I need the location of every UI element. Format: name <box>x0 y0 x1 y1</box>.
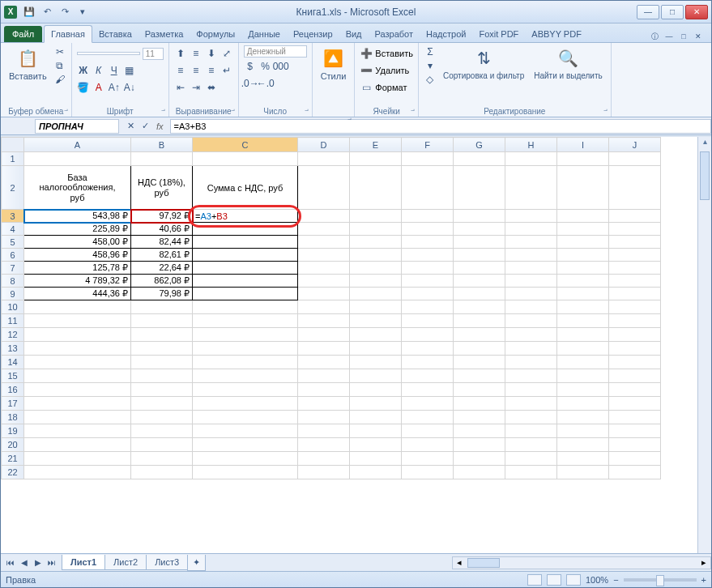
row-header[interactable]: 9 <box>2 288 24 300</box>
tab-abbyy[interactable]: ABBYY PDF <box>525 26 588 42</box>
mdi-restore[interactable]: □ <box>677 31 690 42</box>
indent-less-icon[interactable]: ⇤ <box>174 81 187 94</box>
redo-button[interactable]: ↷ <box>58 5 72 19</box>
zoom-in-icon[interactable]: + <box>701 575 706 585</box>
row-header[interactable]: 6 <box>2 249 24 262</box>
col-header-C[interactable]: C <box>193 138 298 152</box>
cell[interactable] <box>193 249 298 262</box>
cell[interactable]: 125,78 ₽ <box>24 262 131 275</box>
save-button[interactable]: 💾 <box>22 5 36 19</box>
col-header-I[interactable]: I <box>557 138 609 152</box>
row-header[interactable]: 15 <box>2 369 24 383</box>
cell-b3[interactable]: 97,92 ₽ <box>131 210 193 223</box>
col-header-H[interactable]: H <box>505 138 557 152</box>
percent-icon[interactable]: % <box>259 60 272 73</box>
wrap-text-icon[interactable]: ↵ <box>220 64 233 77</box>
vertical-scrollbar[interactable]: ▴ <box>697 137 711 553</box>
tab-review[interactable]: Рецензир <box>287 26 339 42</box>
formula-input[interactable]: =A3+B3 <box>170 119 711 134</box>
tab-home[interactable]: Главная <box>44 25 92 43</box>
comma-icon[interactable]: 000 <box>275 60 288 73</box>
styles-button[interactable]: 🔼 Стили <box>318 45 350 83</box>
font-color-icon[interactable]: A <box>92 81 105 94</box>
table-header-c[interactable]: Сумма с НДС, руб <box>193 166 298 210</box>
cell[interactable]: 79,98 ₽ <box>131 288 193 300</box>
table-header-b[interactable]: НДС (18%), руб <box>131 166 193 210</box>
close-button[interactable]: ✕ <box>685 5 708 19</box>
zoom-slider[interactable] <box>624 578 697 582</box>
cell[interactable]: 4 789,32 ₽ <box>24 275 131 288</box>
cancel-formula-icon[interactable]: ✕ <box>124 120 137 133</box>
col-header-B[interactable]: B <box>131 138 193 152</box>
cell[interactable] <box>193 262 298 275</box>
format-cells-icon[interactable]: ▭ <box>360 81 373 94</box>
sort-filter-button[interactable]: ⇅ Сортировка и фильтр <box>440 45 527 82</box>
row-header[interactable]: 21 <box>2 452 24 466</box>
align-middle-icon[interactable]: ≡ <box>190 47 203 60</box>
row-header[interactable]: 2 <box>2 166 24 210</box>
row-header[interactable]: 4 <box>2 223 24 236</box>
row-header[interactable]: 13 <box>2 342 24 356</box>
minimize-button[interactable]: — <box>637 5 659 19</box>
dec-decimal-icon[interactable]: ←.0 <box>259 77 272 90</box>
tab-addins[interactable]: Надстрой <box>420 26 472 42</box>
cell[interactable]: 22,64 ₽ <box>131 262 193 275</box>
row-header[interactable]: 8 <box>2 275 24 288</box>
page-break-view-button[interactable] <box>566 574 581 586</box>
qat-dropdown-icon[interactable]: ▾ <box>75 5 90 19</box>
col-header-G[interactable]: G <box>454 138 505 152</box>
cut-icon[interactable]: ✂ <box>53 45 66 58</box>
mdi-close[interactable]: ✕ <box>692 31 705 42</box>
tab-developer[interactable]: Разработ <box>369 26 420 42</box>
col-header-J[interactable]: J <box>609 138 661 152</box>
help-icon[interactable]: ⓘ <box>648 31 661 42</box>
grow-font-icon[interactable]: A↑ <box>108 81 121 94</box>
new-sheet-button[interactable]: ✦ <box>187 555 206 571</box>
row-header[interactable]: 12 <box>2 328 24 342</box>
tab-data[interactable]: Данные <box>241 26 287 42</box>
row-header[interactable]: 1 <box>2 152 24 166</box>
cell[interactable]: 444,36 ₽ <box>24 288 131 300</box>
normal-view-button[interactable] <box>527 574 542 586</box>
file-tab[interactable]: Файл <box>4 26 42 42</box>
cell[interactable]: 82,44 ₽ <box>131 236 193 249</box>
align-left-icon[interactable]: ≡ <box>174 64 187 77</box>
next-sheet-icon[interactable]: ▶ <box>32 556 45 569</box>
col-header-D[interactable]: D <box>298 138 350 152</box>
sheet-tab-2[interactable]: Лист2 <box>104 555 147 570</box>
row-header[interactable]: 19 <box>2 424 24 438</box>
row-header[interactable]: 11 <box>2 314 24 328</box>
autosum-icon[interactable]: Σ <box>424 45 437 58</box>
scroll-up-icon[interactable]: ▴ <box>698 137 711 150</box>
col-header-E[interactable]: E <box>350 138 402 152</box>
cell[interactable]: 82,61 ₽ <box>131 249 193 262</box>
scroll-thumb[interactable] <box>700 151 710 200</box>
prev-sheet-icon[interactable]: ◀ <box>18 556 31 569</box>
table-header-a[interactable]: База налогообложения, руб <box>24 166 131 210</box>
cell[interactable] <box>193 236 298 249</box>
scroll-left-icon[interactable]: ◂ <box>453 557 466 568</box>
enter-formula-icon[interactable]: ✓ <box>139 120 151 133</box>
maximize-button[interactable]: □ <box>661 5 684 19</box>
row-header[interactable]: 16 <box>2 383 24 397</box>
tab-insert[interactable]: Вставка <box>92 26 139 42</box>
name-box[interactable]: ПРОПНАЧ <box>35 119 119 134</box>
fill-icon[interactable]: ▾ <box>424 59 437 72</box>
clear-icon[interactable]: ◇ <box>424 73 437 86</box>
cell[interactable]: 225,89 ₽ <box>24 223 131 236</box>
border-icon[interactable]: ▦ <box>123 64 136 77</box>
cell[interactable] <box>193 288 298 300</box>
italic-icon[interactable]: К <box>92 64 105 77</box>
cell[interactable] <box>193 223 298 236</box>
row-header[interactable]: 10 <box>2 300 24 314</box>
align-center-icon[interactable]: ≡ <box>190 64 203 77</box>
cell[interactable]: 862,08 ₽ <box>131 275 193 288</box>
zoom-level[interactable]: 100% <box>586 575 608 585</box>
bold-icon[interactable]: Ж <box>77 64 90 77</box>
orientation-icon[interactable]: ⤢ <box>220 47 233 60</box>
number-format-select[interactable]: Денежный <box>244 45 307 58</box>
worksheet-area[interactable]: A B C D E F G H I J 1 2 База налогооблож… <box>1 137 711 553</box>
mdi-minimize[interactable]: — <box>663 31 676 42</box>
last-sheet-icon[interactable]: ⏭ <box>45 556 58 569</box>
cell[interactable]: 458,00 ₽ <box>24 236 131 249</box>
